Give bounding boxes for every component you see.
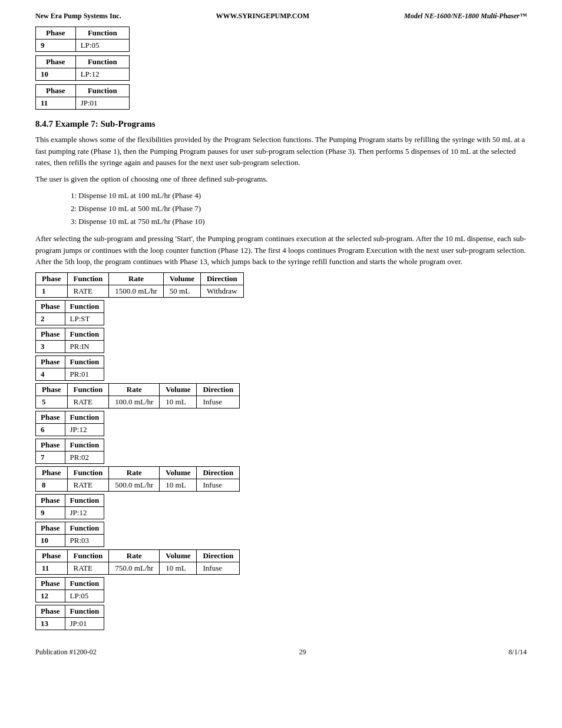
header-left: New Era Pump Systems Inc. [35,12,121,21]
phase-table: Phase Function 9 JP:12 [35,494,104,519]
sub-list-item: 3: Dispense 10 mL at 750 mL/hr (Phase 10… [71,215,527,228]
volume-col-header: Volume [160,383,197,396]
function-col-header: Function [67,272,109,285]
phase-table-wrap: Phase Function Rate Volume Direction 8 R… [35,466,527,492]
page-header: New Era Pump Systems Inc. WWW.SYRINGEPUM… [35,12,527,21]
phase-table: Phase Function Rate Volume Direction 8 R… [35,466,240,492]
function-col-header: Function [67,466,109,479]
phase-table: Phase Function Rate Volume Direction 5 R… [35,383,240,409]
function-value: LP:ST [65,312,104,325]
direction-col-header: Direction [197,383,240,396]
phase-value: 6 [36,423,65,436]
phase-col-header: Phase [36,328,65,340]
function-col-header: Function [67,383,109,396]
phase-table: Phase Function 3 PR:IN [35,328,104,353]
function-col-header: Function [65,605,104,617]
phase-table: Phase Function Rate Volume Direction 11 … [35,549,240,575]
direction-col-header: Direction [200,272,243,285]
function-col-header: Function [65,355,104,368]
phase-table-wrap: Phase Function Rate Volume Direction 1 R… [35,272,527,298]
phase-value: 11 [36,97,76,110]
phase-value: 9 [36,39,76,52]
phase-value: 13 [36,617,65,630]
function-col-header: Function [65,439,104,451]
function-value: PR:03 [65,534,104,546]
function-col-header: Function [65,577,104,589]
phase-value: 1 [36,285,68,297]
direction-value: Infuse [197,479,240,491]
function-col-header: Function [65,411,104,423]
function-value: PR:IN [65,340,104,353]
direction-col-header: Direction [197,466,240,479]
phase-col-header: Phase [36,439,65,451]
function-value: PR:02 [65,451,104,463]
section-heading: 8.4.7 Example 7: Sub-Programs [35,119,527,129]
rate-value: 500.0 mL/hr [109,479,160,491]
phase-table: Phase Function 6 JP:12 [35,411,104,436]
function-value: PR:01 [65,368,104,380]
volume-col-header: Volume [163,272,200,285]
phase-col-header: Phase [36,383,68,396]
volume-col-header: Volume [160,466,197,479]
phase-table: Phase Function 12 LP:05 [35,577,104,602]
function-col-header: Function [67,549,109,562]
function-col-header: Function [65,300,104,312]
function-header: Function [75,56,129,68]
phase-header: Phase [36,27,76,39]
rate-value: 100.0 mL/hr [109,396,160,408]
function-value: JP:01 [65,617,104,630]
phase-col-header: Phase [36,605,65,617]
rate-col-header: Rate [109,549,160,562]
phase-table: Phase Function 4 PR:01 [35,355,104,381]
footer-right: 8/1/14 [508,648,527,657]
function-header: Function [75,27,129,39]
top-phase-table: Phase Function 9 LP:05 [35,27,130,52]
rate-col-header: Rate [109,383,160,396]
phase-value: 7 [36,451,65,463]
phase-value: 10 [36,534,65,546]
phase-table-wrap: Phase Function 7 PR:02 [35,439,527,464]
function-header: Function [75,85,129,97]
phase-col-header: Phase [36,522,65,534]
rate-col-header: Rate [109,272,164,285]
function-value: RATE [67,285,109,297]
top-phase-table: Phase Function 11 JP:01 [35,84,130,110]
phase-table: Phase Function 13 JP:01 [35,605,104,630]
footer-center: 29 [299,648,306,657]
phase-table-wrap: Phase Function Rate Volume Direction 5 R… [35,383,527,409]
sub-list-item: 2: Dispense 10 mL at 500 mL/hr (Phase 7) [71,202,527,215]
rate-value: 1500.0 mL/hr [109,285,164,297]
footer-left: Publication #1200-02 [35,648,97,657]
body-text-3: After selecting the sub-program and pres… [35,233,527,268]
phase-value: 2 [36,312,65,325]
phase-table-wrap: Phase Function 9 JP:12 [35,494,527,519]
function-col-header: Function [65,328,104,340]
volume-value: 10 mL [160,562,197,574]
phase-table-wrap: Phase Function 12 LP:05 [35,577,527,602]
function-col-header: Function [65,494,104,506]
direction-value: Infuse [197,562,240,574]
volume-col-header: Volume [160,549,197,562]
phase-value: 3 [36,340,65,353]
volume-value: 10 mL [160,479,197,491]
function-value: LP:12 [75,68,129,81]
main-tables-area: Phase Function Rate Volume Direction 1 R… [35,272,527,630]
phase-col-header: Phase [36,577,65,589]
sub-list: 1: Dispense 10 mL at 100 mL/hr (Phase 4)… [71,189,527,228]
phase-table-wrap: Phase Function 3 PR:IN [35,328,527,353]
phase-col-header: Phase [36,494,65,506]
page-footer: Publication #1200-02 29 8/1/14 [35,648,527,657]
phase-value: 11 [36,562,68,574]
rate-value: 750.0 mL/hr [109,562,160,574]
direction-value: Withdraw [200,285,243,297]
top-phase-table: Phase Function 10 LP:12 [35,55,130,81]
function-value: LP:05 [65,589,104,602]
phase-col-header: Phase [36,466,68,479]
phase-table-wrap: Phase Function 2 LP:ST [35,300,527,325]
phase-table: Phase Function Rate Volume Direction 1 R… [35,272,244,298]
body-text-2: The user is given the option of choosing… [35,173,527,185]
function-value: JP:12 [65,423,104,436]
phase-col-header: Phase [36,549,68,562]
top-tables: Phase Function 9 LP:05 Phase Function 10… [35,27,527,110]
phase-value: 4 [36,368,65,380]
